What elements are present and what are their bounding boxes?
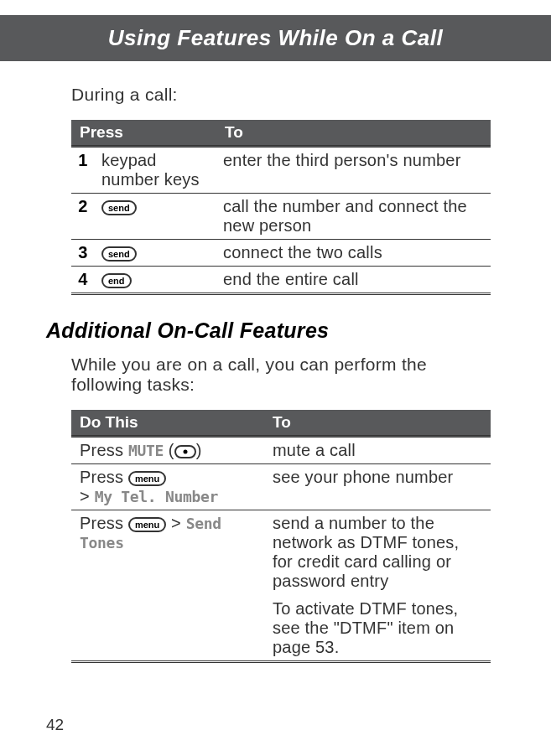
table-row: Press MUTE () mute a call [71, 437, 491, 464]
to-text-b: To activate DTMF tones, see the "DTMF" i… [273, 599, 482, 657]
to-cell: connect the two calls [216, 240, 491, 267]
to-cell: send a number to the network as DTMF ton… [264, 510, 491, 662]
send-button-icon: send [101, 246, 137, 261]
intro-text-1: During a call: [71, 85, 491, 105]
press-cell: send [95, 240, 216, 267]
press-label: Press [80, 468, 128, 486]
to-cell: end the entire call [216, 267, 491, 294]
table-header-row: Do This To [71, 410, 491, 437]
press-label: Press [80, 514, 128, 532]
header-to: To [264, 410, 491, 437]
table-row: 3 send connect the two calls [71, 240, 491, 267]
press-label: Press [80, 441, 128, 459]
page-number: 42 [46, 716, 64, 734]
paren-close: ) [196, 441, 202, 459]
paren-open: ( [164, 441, 174, 459]
row-num: 4 [71, 267, 95, 294]
do-cell: Press menu > My Tel. Number [71, 464, 264, 510]
to-cell: see your phone number [264, 464, 491, 510]
to-cell: enter the third person's number [216, 147, 491, 194]
header-do: Do This [71, 410, 264, 437]
chapter-title-banner: Using Features While On a Call [0, 15, 551, 61]
do-cell: Press menu > Send Tones [71, 510, 264, 662]
menu-button-icon: menu [128, 517, 166, 532]
to-cell: call the number and connect the new pers… [216, 194, 491, 240]
press-to-table: Press To 1 keypad number keys enter the … [71, 120, 491, 295]
press-cell: send [95, 194, 216, 240]
arrow-prefix: > [80, 487, 95, 505]
header-to: To [216, 120, 491, 147]
header-press: Press [71, 120, 216, 147]
my-tel-number-label: My Tel. Number [95, 488, 219, 505]
row-num: 2 [71, 194, 95, 240]
table-row: 1 keypad number keys enter the third per… [71, 147, 491, 194]
to-text-a: send a number to the network as DTMF ton… [273, 514, 482, 591]
intro-text-2: While you are on a call, you can perform… [71, 355, 491, 395]
send-button-icon: send [101, 200, 137, 215]
arrow-prefix: > [166, 514, 185, 532]
menu-button-icon: menu [128, 471, 166, 486]
chapter-title: Using Features While On a Call [108, 25, 443, 50]
table-row: Press menu > My Tel. Number see your pho… [71, 464, 491, 510]
table-row: Press menu > Send Tones send a number to… [71, 510, 491, 662]
press-cell: end [95, 267, 216, 294]
page-content: During a call: Press To 1 keypad number … [0, 61, 551, 663]
end-button-icon: end [101, 273, 132, 288]
table-header-row: Press To [71, 120, 491, 147]
table-row: 2 send call the number and connect the n… [71, 194, 491, 240]
row-num: 3 [71, 240, 95, 267]
do-cell: Press MUTE () [71, 437, 264, 464]
table-row: 4 end end the entire call [71, 267, 491, 294]
section-heading: Additional On-Call Features [46, 318, 491, 343]
dot-button-icon [174, 445, 196, 458]
to-cell: mute a call [264, 437, 491, 464]
row-num: 1 [71, 147, 95, 194]
do-this-to-table: Do This To Press MUTE () mute a call Pre… [71, 410, 491, 663]
press-cell: keypad number keys [95, 147, 216, 194]
mute-label: MUTE [128, 442, 164, 459]
